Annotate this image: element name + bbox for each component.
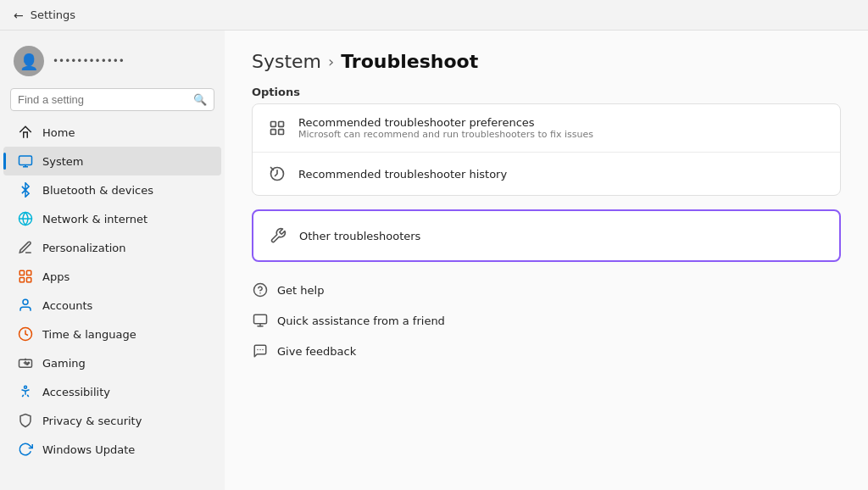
sidebar-item-network[interactable]: Network & internet (3, 204, 221, 233)
sidebar-item-home[interactable]: Home (3, 118, 221, 147)
svg-rect-18 (279, 122, 284, 127)
sidebar-item-update[interactable]: Windows Update (3, 435, 221, 464)
avatar-icon: 👤 (19, 53, 38, 70)
nav-list: HomeSystemBluetooth & devicesNetwork & i… (0, 118, 225, 464)
quick-assistance-icon (252, 312, 269, 329)
personalization-icon (17, 239, 34, 256)
sidebar-item-privacy[interactable]: Privacy & security (3, 406, 221, 435)
option-recommended-preferences[interactable]: Recommended troubleshooter preferences M… (253, 104, 840, 153)
sidebar-item-label-update: Windows Update (42, 443, 135, 456)
network-icon (17, 210, 34, 227)
svg-rect-24 (254, 315, 267, 324)
update-icon (17, 441, 34, 458)
sidebar-item-label-bluetooth: Bluetooth & devices (42, 184, 153, 197)
sidebar-item-time[interactable]: Time & language (3, 320, 221, 348)
user-profile[interactable]: 👤 •••••••••••• (0, 37, 225, 88)
options-label: Options (252, 86, 841, 98)
sidebar-item-accessibility[interactable]: Accessibility (3, 377, 221, 406)
give-feedback-link[interactable]: Give feedback (252, 337, 841, 365)
sidebar-item-label-accounts: Accounts (42, 299, 92, 312)
sidebar-item-label-personalization: Personalization (42, 242, 126, 254)
get-help-link[interactable]: Get help (252, 276, 841, 304)
accounts-icon (17, 297, 34, 314)
content-area: System › Troubleshoot Options Re (225, 31, 868, 490)
option-subtitle-preferences: Microsoft can recommend and run troubles… (298, 129, 593, 140)
svg-point-16 (25, 386, 27, 388)
option-title-preferences: Recommended troubleshooter preferences (298, 116, 593, 129)
option-other-troubleshooters[interactable]: Other troubleshooters (252, 209, 841, 262)
main-layout: 👤 •••••••••••• 🔍 HomeSystemBluetooth & d… (0, 31, 868, 490)
give-feedback-icon (252, 342, 269, 359)
sidebar-item-accounts[interactable]: Accounts (3, 291, 221, 320)
system-icon (17, 153, 34, 170)
sidebar-item-label-apps: Apps (42, 270, 70, 283)
breadcrumb-separator: › (328, 53, 334, 70)
sidebar: 👤 •••••••••••• 🔍 HomeSystemBluetooth & d… (0, 31, 225, 490)
options-container: Recommended troubleshooter preferences M… (252, 103, 841, 196)
app-title: Settings (31, 8, 75, 21)
sidebar-item-bluetooth[interactable]: Bluetooth & devices (3, 175, 221, 204)
get-help-label: Get help (277, 284, 324, 297)
sidebar-item-apps[interactable]: Apps (3, 262, 221, 291)
search-icon: 🔍 (193, 93, 207, 106)
search-box[interactable]: 🔍 (10, 88, 214, 111)
quick-assistance-link[interactable]: Quick assistance from a friend (252, 306, 841, 335)
quick-assistance-label: Quick assistance from a friend (277, 315, 445, 327)
svg-rect-17 (271, 122, 276, 127)
svg-rect-5 (19, 270, 24, 275)
sidebar-item-label-time: Time & language (42, 328, 136, 341)
title-bar: ← Settings (0, 0, 868, 31)
bottom-links: Get help Quick assistance from a friend (252, 276, 841, 365)
option-title-troubleshooters: Other troubleshooters (299, 230, 420, 242)
option-icon-troubleshooters (269, 226, 287, 245)
svg-rect-0 (19, 156, 32, 165)
svg-rect-20 (279, 130, 284, 135)
sidebar-item-label-network: Network & internet (42, 213, 147, 226)
svg-rect-8 (27, 278, 31, 282)
home-icon (17, 124, 34, 141)
svg-point-15 (27, 364, 29, 365)
sidebar-item-label-gaming: Gaming (42, 357, 86, 370)
sidebar-item-label-privacy: Privacy & security (42, 415, 142, 427)
breadcrumb: System › Troubleshoot (252, 51, 841, 72)
get-help-icon (252, 281, 269, 298)
option-text-preferences: Recommended troubleshooter preferences M… (298, 116, 593, 140)
avatar: 👤 (14, 46, 44, 76)
option-icon-history (268, 164, 287, 183)
option-icon-preferences (268, 119, 287, 137)
svg-rect-7 (19, 278, 24, 282)
give-feedback-label: Give feedback (277, 345, 356, 358)
sidebar-item-label-system: System (42, 155, 83, 168)
user-name: •••••••••••• (53, 55, 125, 67)
sidebar-item-label-home: Home (42, 126, 75, 139)
option-title-history: Recommended troubleshooter history (298, 168, 507, 181)
search-input[interactable] (18, 93, 188, 106)
svg-rect-19 (271, 130, 276, 135)
svg-point-9 (23, 299, 28, 304)
sidebar-item-label-accessibility: Accessibility (42, 386, 110, 398)
privacy-icon (17, 412, 34, 429)
sidebar-item-personalization[interactable]: Personalization (3, 233, 221, 262)
time-icon (17, 326, 34, 342)
apps-icon (17, 268, 34, 285)
accessibility-icon (17, 383, 34, 400)
sidebar-item-system[interactable]: System (3, 147, 221, 175)
bluetooth-icon (17, 181, 34, 198)
option-text-history: Recommended troubleshooter history (298, 168, 507, 181)
gaming-icon (17, 354, 34, 371)
back-button[interactable]: ← (14, 8, 24, 22)
breadcrumb-parent: System (252, 51, 321, 72)
option-recommended-history[interactable]: Recommended troubleshooter history (253, 153, 840, 195)
sidebar-item-gaming[interactable]: Gaming (3, 348, 221, 377)
breadcrumb-current: Troubleshoot (341, 51, 478, 72)
svg-rect-6 (27, 270, 31, 275)
